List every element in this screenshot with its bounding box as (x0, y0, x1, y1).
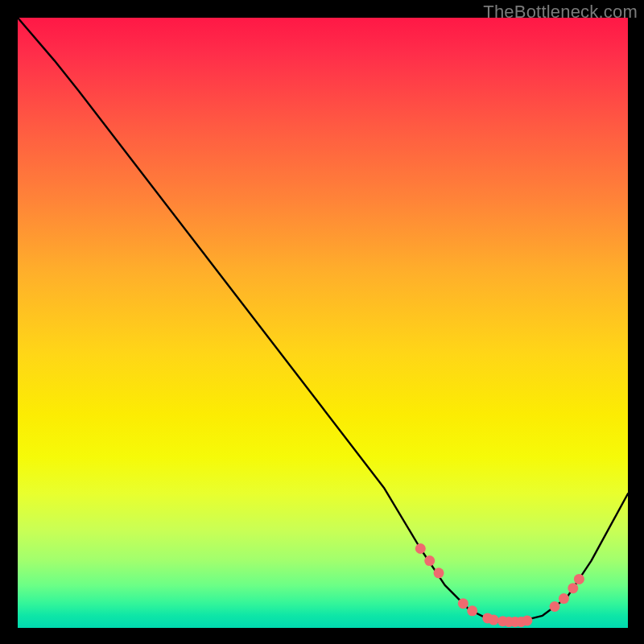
chart-frame: TheBottleneck.com (0, 0, 644, 644)
highlight-dot (415, 543, 426, 554)
highlight-dot (424, 555, 435, 566)
plot-area (18, 18, 628, 628)
highlight-dot (559, 593, 569, 604)
highlight-dot (574, 574, 584, 584)
highlight-dot (467, 605, 477, 616)
highlight-dot (568, 583, 578, 593)
highlight-dot (550, 601, 560, 612)
bottleneck-curve (18, 18, 628, 621)
highlight-dot (434, 568, 444, 578)
highlight-dot (489, 615, 499, 625)
watermark-label: TheBottleneck.com (483, 2, 638, 23)
highlight-dot (458, 598, 469, 609)
highlight-dot (522, 615, 532, 625)
chart-svg (18, 18, 628, 628)
highlight-dots (415, 543, 584, 627)
